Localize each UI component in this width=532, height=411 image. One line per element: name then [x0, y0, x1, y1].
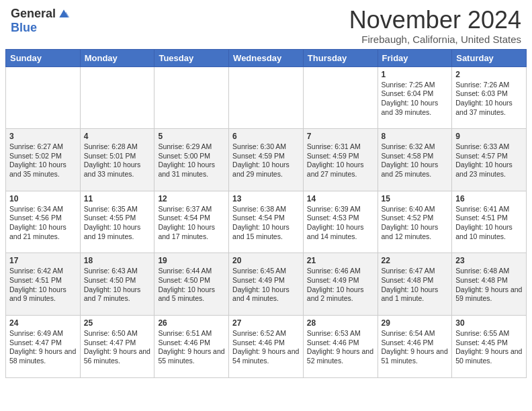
calendar-cell: 24Sunrise: 6:49 AMSunset: 4:47 PMDayligh… [6, 315, 81, 377]
day-info: Sunrise: 6:27 AM [9, 142, 77, 152]
week-row-5: 24Sunrise: 6:49 AMSunset: 4:47 PMDayligh… [6, 315, 527, 377]
day-info: Daylight: 10 hours and 15 minutes. [232, 223, 300, 241]
day-info: Sunset: 4:46 PM [382, 338, 449, 348]
day-info: Daylight: 9 hours and 59 minutes. [455, 285, 523, 304]
day-number: 21 [307, 256, 374, 265]
calendar-cell: 18Sunrise: 6:43 AMSunset: 4:50 PMDayligh… [80, 253, 154, 316]
day-of-week-monday: Monday [80, 49, 154, 66]
day-info: Daylight: 10 hours and 14 minutes. [307, 223, 374, 241]
day-info: Sunset: 4:50 PM [84, 276, 151, 285]
day-number: 13 [232, 194, 300, 203]
calendar-cell: 2Sunrise: 7:26 AMSunset: 6:03 PMDaylight… [452, 66, 527, 129]
day-number: 17 [9, 256, 77, 265]
day-info: Sunrise: 6:35 AM [84, 205, 151, 214]
day-info: Daylight: 10 hours and 12 minutes. [382, 223, 449, 241]
day-info: Sunrise: 6:52 AM [232, 329, 300, 338]
day-number: 15 [382, 194, 449, 203]
day-info: Sunrise: 6:54 AM [382, 329, 449, 338]
title-section: November 2024 Firebaugh, California, Uni… [349, 7, 521, 45]
day-info: Sunrise: 6:42 AM [9, 267, 77, 276]
day-info: Sunrise: 6:34 AM [9, 205, 77, 214]
day-info: Daylight: 9 hours and 56 minutes. [84, 347, 151, 365]
day-info: Sunset: 4:46 PM [158, 338, 225, 348]
calendar-cell: 21Sunrise: 6:46 AMSunset: 4:49 PMDayligh… [303, 253, 378, 316]
calendar-cell [303, 66, 378, 129]
day-number: 28 [307, 318, 374, 328]
day-info: Daylight: 10 hours and 35 minutes. [9, 161, 77, 179]
calendar-cell: 7Sunrise: 6:31 AMSunset: 4:59 PMDaylight… [303, 129, 378, 191]
calendar-cell: 25Sunrise: 6:50 AMSunset: 4:47 PMDayligh… [80, 315, 154, 377]
day-info: Sunset: 4:49 PM [307, 276, 374, 285]
day-info: Sunset: 5:02 PM [9, 152, 77, 161]
day-number: 26 [158, 318, 225, 328]
page: General Blue November 2024 Firebaugh, Ca… [0, 0, 532, 411]
day-number: 19 [158, 256, 225, 265]
calendar-cell: 1Sunrise: 7:25 AMSunset: 6:04 PMDaylight… [378, 66, 452, 129]
calendar-header: SundayMondayTuesdayWednesdayThursdayFrid… [6, 49, 527, 66]
day-info: Daylight: 10 hours and 29 minutes. [232, 161, 300, 179]
day-info: Daylight: 10 hours and 27 minutes. [307, 161, 374, 179]
day-info: Daylight: 10 hours and 33 minutes. [84, 161, 151, 179]
day-info: Sunset: 4:47 PM [9, 338, 77, 348]
day-info: Sunrise: 6:38 AM [232, 205, 300, 214]
logo: General Blue [11, 7, 71, 35]
day-info: Sunrise: 6:37 AM [158, 205, 225, 214]
day-number: 6 [232, 132, 300, 141]
calendar-cell: 8Sunrise: 6:32 AMSunset: 4:58 PMDaylight… [378, 129, 452, 191]
location-title: Firebaugh, California, United States [349, 34, 521, 45]
calendar-body: 1Sunrise: 7:25 AMSunset: 6:04 PMDaylight… [6, 66, 527, 377]
day-number: 5 [158, 132, 225, 141]
day-number: 30 [455, 318, 523, 328]
day-info: Daylight: 10 hours and 31 minutes. [158, 161, 225, 179]
day-info: Sunrise: 6:45 AM [232, 267, 300, 276]
month-title: November 2024 [349, 7, 521, 34]
day-info: Sunrise: 6:29 AM [158, 142, 225, 152]
day-info: Sunrise: 6:44 AM [158, 267, 225, 276]
calendar-cell: 27Sunrise: 6:52 AMSunset: 4:46 PMDayligh… [229, 315, 304, 377]
day-info: Sunset: 4:47 PM [84, 338, 151, 348]
day-info: Sunrise: 6:40 AM [382, 205, 449, 214]
day-info: Daylight: 9 hours and 51 minutes. [382, 347, 449, 365]
day-number: 11 [84, 194, 151, 203]
calendar-cell [154, 66, 229, 129]
day-info: Sunrise: 6:33 AM [455, 142, 523, 152]
day-info: Sunrise: 6:46 AM [307, 267, 374, 276]
day-info: Sunrise: 6:51 AM [158, 329, 225, 338]
day-number: 20 [232, 256, 300, 265]
day-info: Daylight: 9 hours and 55 minutes. [158, 347, 225, 365]
day-number: 9 [455, 132, 523, 141]
day-info: Sunrise: 6:47 AM [382, 267, 449, 276]
day-info: Sunrise: 6:41 AM [455, 205, 523, 214]
day-number: 22 [382, 256, 449, 265]
day-of-week-sunday: Sunday [6, 49, 81, 66]
calendar-cell: 23Sunrise: 6:48 AMSunset: 4:48 PMDayligh… [452, 253, 527, 316]
day-of-week-thursday: Thursday [303, 49, 378, 66]
day-info: Daylight: 10 hours and 4 minutes. [232, 285, 300, 304]
calendar-cell: 6Sunrise: 6:30 AMSunset: 4:59 PMDaylight… [229, 129, 304, 191]
day-info: Sunset: 6:03 PM [455, 89, 523, 99]
calendar-cell: 3Sunrise: 6:27 AMSunset: 5:02 PMDaylight… [6, 129, 81, 191]
day-info: Sunset: 4:59 PM [232, 152, 300, 161]
calendar-cell: 17Sunrise: 6:42 AMSunset: 4:51 PMDayligh… [6, 253, 81, 316]
calendar-cell: 26Sunrise: 6:51 AMSunset: 4:46 PMDayligh… [154, 315, 229, 377]
day-info: Daylight: 10 hours and 17 minutes. [158, 223, 225, 241]
day-info: Sunset: 4:46 PM [232, 338, 300, 348]
day-info: Daylight: 9 hours and 54 minutes. [232, 347, 300, 365]
logo-general-text: General [11, 7, 56, 21]
calendar-cell: 28Sunrise: 6:53 AMSunset: 4:46 PMDayligh… [303, 315, 378, 377]
calendar-cell [80, 66, 154, 129]
day-info: Sunrise: 7:25 AM [382, 81, 449, 90]
day-number: 10 [9, 194, 77, 203]
day-of-week-friday: Friday [378, 49, 452, 66]
day-info: Sunrise: 6:39 AM [307, 205, 374, 214]
day-info: Daylight: 9 hours and 50 minutes. [455, 347, 523, 365]
calendar-cell: 16Sunrise: 6:41 AMSunset: 4:51 PMDayligh… [452, 191, 527, 253]
day-info: Sunset: 4:51 PM [9, 276, 77, 285]
logo-text: General [11, 7, 71, 21]
header: General Blue November 2024 Firebaugh, Ca… [0, 0, 532, 49]
day-info: Sunset: 4:46 PM [307, 338, 374, 348]
day-info: Sunrise: 7:26 AM [455, 81, 523, 90]
week-row-2: 3Sunrise: 6:27 AMSunset: 5:02 PMDaylight… [6, 129, 527, 191]
day-number: 25 [84, 318, 151, 328]
logo-icon [57, 7, 71, 21]
